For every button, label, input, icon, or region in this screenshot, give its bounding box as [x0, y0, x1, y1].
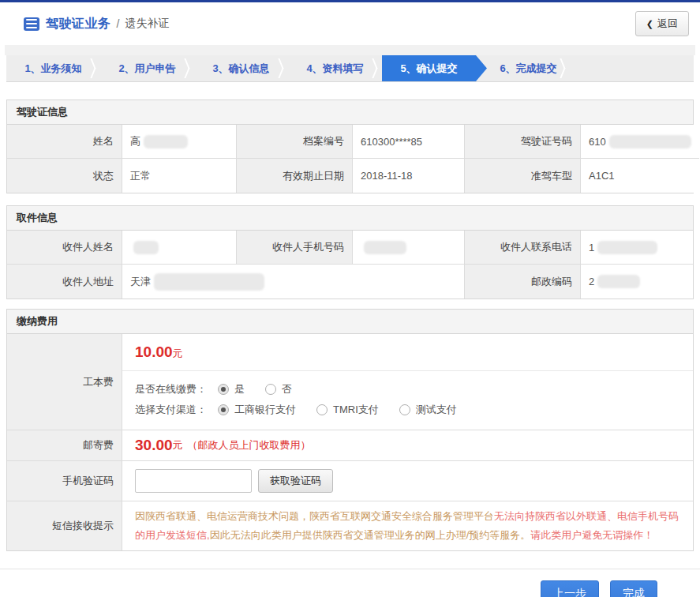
notice-segment-3: 因此无法向此类用户提供陕西省交通管理业务的网上办理/预约等服务。: [210, 529, 531, 541]
back-chevron-icon: ❮: [646, 19, 653, 29]
postal-code-value-text: 2: [589, 276, 594, 287]
radio-online-yes-label: 是: [234, 382, 245, 396]
notice-segment-1: 因陕西省联通、电信运营商技术问题，陕西省互联网交通安全综合服务管理平台: [135, 510, 494, 522]
status-value: 正常: [122, 159, 237, 193]
production-fee-amount-row: 10.00元: [122, 334, 693, 371]
sms-notice-label: 短信接收提示: [7, 501, 122, 550]
breadcrumb: 遗失补证: [125, 17, 169, 31]
radio-checked-icon: [218, 404, 229, 415]
radio-checked-icon: [218, 384, 229, 395]
recipient-address-value: 天津: [122, 265, 465, 298]
radio-channel-tmri-label: TMRI支付: [333, 403, 379, 417]
expiry-value: 2018-11-18: [353, 159, 465, 193]
radio-unchecked-icon: [265, 384, 276, 395]
recipient-name-value: [122, 231, 237, 265]
recipient-address-label: 收件人地址: [7, 265, 122, 298]
license-services-icon: [24, 17, 39, 31]
footer-actions: 上一步 完成: [0, 569, 700, 597]
license-no-value: 610: [581, 125, 699, 159]
postage-fee-amount-row: 30.00元 （邮政人员上门收取费用）: [122, 430, 693, 460]
pickup-info-title: 取件信息: [7, 206, 693, 231]
recipient-phone-value-text: 1: [589, 242, 594, 253]
expiry-value-text: 2018-11-18: [361, 170, 413, 182]
page-title: 驾驶证业务: [46, 16, 111, 32]
step-bar-filler: [570, 55, 694, 81]
status-label: 状态: [7, 159, 122, 193]
pay-channel-question: 选择支付渠道：: [135, 403, 207, 417]
license-no-value-text: 610: [589, 136, 606, 148]
file-no-label: 档案编号: [237, 125, 353, 159]
pay-channel-question-row: 选择支付渠道： 工商银行支付 TMRI支付 测试支付: [135, 403, 680, 417]
vehicle-class-value: A1C1: [581, 159, 699, 193]
production-fee-unit: 元: [173, 347, 183, 359]
fees-title: 缴纳费用: [7, 310, 693, 334]
finish-button[interactable]: 完成: [610, 580, 657, 597]
step-item-4[interactable]: 4、资料填写: [288, 55, 382, 81]
postal-code-label: 邮政编码: [465, 265, 581, 298]
radio-channel-icbc[interactable]: 工商银行支付: [218, 403, 296, 417]
postage-fee-unit: 元: [173, 438, 183, 452]
previous-step-button[interactable]: 上一步: [541, 580, 599, 597]
sms-notice-content: 因陕西省联通、电信运营商技术问题，陕西省互联网交通安全综合服务管理平台无法向持陕…: [122, 501, 693, 550]
redacted-blur: [133, 241, 159, 254]
step-item-1[interactable]: 1、业务须知: [6, 55, 100, 81]
recipient-phone-value: 1: [581, 231, 693, 265]
online-pay-question: 是否在线缴费：: [135, 382, 207, 396]
radio-channel-test-label: 测试支付: [416, 403, 457, 417]
sms-code-label: 手机验证码: [7, 461, 122, 501]
radio-channel-icbc-label: 工商银行支付: [234, 403, 296, 417]
breadcrumb-separator: /: [117, 17, 120, 30]
fees-section: 缴纳费用 工本费 10.00元 是否在线缴费： 是 否: [6, 309, 694, 551]
radio-online-yes[interactable]: 是: [218, 382, 245, 396]
step-item-3[interactable]: 3、确认信息: [194, 55, 288, 81]
radio-unchecked-icon: [399, 404, 410, 415]
status-value-text: 正常: [130, 169, 151, 183]
recipient-mobile-value: [353, 231, 465, 265]
license-info-title: 驾驶证信息: [7, 100, 693, 125]
redacted-blur: [364, 241, 406, 254]
step-item-2[interactable]: 2、用户申告: [100, 55, 194, 81]
header-divider-band: [5, 45, 695, 55]
recipient-mobile-label: 收件人手机号码: [237, 231, 353, 265]
back-button[interactable]: ❮ 返回: [635, 11, 689, 36]
radio-channel-tmri[interactable]: TMRI支付: [316, 403, 379, 417]
radio-online-no-label: 否: [282, 382, 292, 396]
postage-fee-content: 30.00元 （邮政人员上门收取费用）: [122, 430, 693, 461]
online-pay-question-row: 是否在线缴费： 是 否: [135, 382, 680, 396]
recipient-address-value-text: 天津: [130, 275, 151, 289]
step-item-6[interactable]: 6、完成提交: [476, 55, 570, 81]
radio-online-no[interactable]: 否: [265, 382, 292, 396]
redacted-blur: [609, 135, 691, 148]
recipient-phone-label: 收件人联系电话: [465, 231, 581, 265]
file-no-value-text: 610300****85: [361, 136, 422, 148]
app-header: 驾驶证业务 / 遗失补证 ❮ 返回: [0, 2, 700, 45]
step-item-5-active[interactable]: 5、确认提交: [382, 55, 487, 81]
production-fee-label: 工本费: [7, 334, 122, 430]
expiry-label: 有效期止日期: [237, 159, 353, 193]
postage-fee-note: （邮政人员上门收取费用）: [188, 438, 311, 452]
postage-fee-label: 邮寄费: [7, 430, 122, 461]
postal-code-value: 2: [581, 265, 693, 298]
vehicle-class-label: 准驾车型: [465, 159, 581, 193]
name-value: 高: [122, 125, 237, 159]
license-info-section: 驾驶证信息 姓名 高 档案编号 610300****85 驾驶证号码 610 状…: [6, 100, 694, 193]
redacted-blur: [144, 135, 188, 148]
postage-fee-amount: 30.00: [135, 437, 173, 454]
vehicle-class-value-text: A1C1: [589, 170, 615, 182]
radio-unchecked-icon: [316, 404, 328, 415]
redacted-blur: [154, 273, 264, 291]
notice-segment-4: 请此类用户避免无谓操作！: [530, 529, 653, 541]
back-button-label: 返回: [657, 17, 678, 31]
radio-channel-test[interactable]: 测试支付: [399, 403, 457, 417]
file-no-value: 610300****85: [353, 125, 465, 159]
get-sms-code-button[interactable]: 获取验证码: [258, 469, 333, 493]
sms-notice-text: 因陕西省联通、电信运营商技术问题，陕西省互联网交通安全综合服务管理平台无法向持陕…: [122, 501, 693, 550]
step-progress-bar: 1、业务须知 2、用户申告 3、确认信息 4、资料填写 5、确认提交 6、完成提…: [6, 55, 694, 82]
production-fee-content: 10.00元 是否在线缴费： 是 否 选择支付渠道：: [122, 334, 693, 430]
redacted-blur: [597, 275, 640, 288]
recipient-name-label: 收件人姓名: [7, 231, 122, 265]
production-fee-amount: 10.00: [135, 344, 173, 360]
name-value-text: 高: [130, 134, 140, 148]
sms-code-input[interactable]: [135, 469, 252, 493]
pickup-info-section: 取件信息 收件人姓名 收件人手机号码 收件人联系电话 1 收件人地址 天津 邮政…: [6, 205, 694, 299]
